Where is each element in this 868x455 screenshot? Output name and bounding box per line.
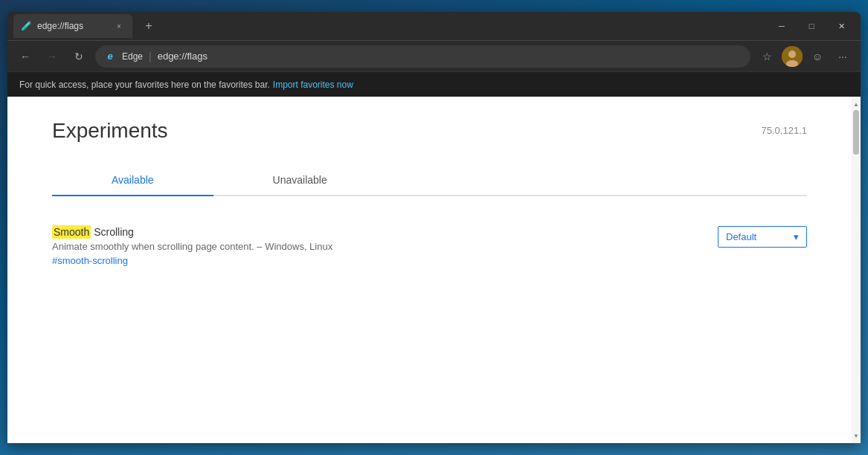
avatar[interactable] — [782, 46, 803, 67]
address-bar[interactable]: e Edge | edge://flags — [95, 45, 750, 68]
scrollbar-thumb[interactable] — [853, 110, 859, 155]
nav-tools: ☆ ☺ ··· — [756, 46, 853, 67]
page-title: Experiments — [52, 119, 168, 143]
feature-title: Smooth Scrolling — [52, 226, 718, 238]
version-text: 75.0.121.1 — [762, 125, 807, 136]
close-button[interactable]: ✕ — [828, 16, 855, 36]
emoji-button[interactable]: ☺ — [807, 46, 828, 67]
scrollbar-track[interactable] — [853, 110, 859, 430]
browser-brand-label: Edge — [122, 51, 143, 62]
tabs-container: Available Unavailable — [52, 165, 807, 196]
maximize-button[interactable]: □ — [798, 16, 825, 36]
scroll-up-arrow[interactable]: ▲ — [852, 98, 861, 110]
favorites-bar-text: For quick access, place your favorites h… — [19, 80, 270, 90]
dropdown-value: Default — [726, 231, 756, 242]
back-button[interactable]: ← — [15, 46, 36, 67]
favorites-button[interactable]: ☆ — [756, 46, 777, 67]
edge-logo-icon: e — [104, 51, 116, 62]
scroll-down-arrow[interactable]: ▼ — [852, 430, 861, 442]
feature-title-highlight: Smooth — [52, 225, 91, 239]
address-text: edge://flags — [158, 51, 742, 62]
tab-unavailable[interactable]: Unavailable — [213, 165, 387, 195]
new-tab-button[interactable]: + — [138, 16, 159, 36]
navigation-bar: ← → ↻ e Edge | edge://flags ☆ ☺ ··· — [7, 40, 861, 71]
minimize-button[interactable]: ─ — [768, 16, 795, 36]
browser-tab[interactable]: 🧪 edge://flags × — [13, 14, 132, 38]
page-header: Experiments 75.0.121.1 — [52, 119, 807, 143]
forward-button[interactable]: → — [42, 46, 62, 67]
dropdown-arrow-icon: ▾ — [794, 231, 799, 242]
feature-control: Default ▾ — [718, 226, 807, 248]
tab-favicon-icon: 🧪 — [21, 21, 31, 31]
feature-dropdown-button[interactable]: Default ▾ — [718, 226, 807, 248]
favorites-bar: For quick access, place your favorites h… — [7, 71, 861, 97]
menu-button[interactable]: ··· — [832, 46, 853, 67]
page-content: Experiments 75.0.121.1 Available Unavail… — [7, 97, 861, 443]
feature-tag-link[interactable]: #smooth-scrolling — [52, 255, 718, 266]
refresh-button[interactable]: ↻ — [68, 46, 89, 67]
tab-title: edge://flags — [37, 21, 107, 31]
feature-smooth-scrolling: Smooth Scrolling Animate smoothly when s… — [52, 219, 807, 274]
feature-description: Animate smoothly when scrolling page con… — [52, 241, 718, 252]
feature-title-rest: Scrolling — [91, 226, 134, 238]
feature-info: Smooth Scrolling Animate smoothly when s… — [52, 226, 718, 266]
tab-available[interactable]: Available — [52, 165, 213, 195]
browser-window: 🧪 edge://flags × + ─ □ ✕ ← → ↻ e Edge | … — [7, 12, 861, 443]
address-divider: | — [149, 51, 152, 62]
page-inner: Experiments 75.0.121.1 Available Unavail… — [7, 97, 852, 443]
title-bar: 🧪 edge://flags × + ─ □ ✕ — [7, 12, 861, 40]
import-favorites-link[interactable]: Import favorites now — [273, 80, 353, 90]
window-controls: ─ □ ✕ — [768, 16, 855, 36]
svg-point-1 — [788, 51, 796, 58]
tab-close-button[interactable]: × — [113, 20, 125, 32]
scrollbar[interactable]: ▲ ▼ — [852, 97, 861, 443]
